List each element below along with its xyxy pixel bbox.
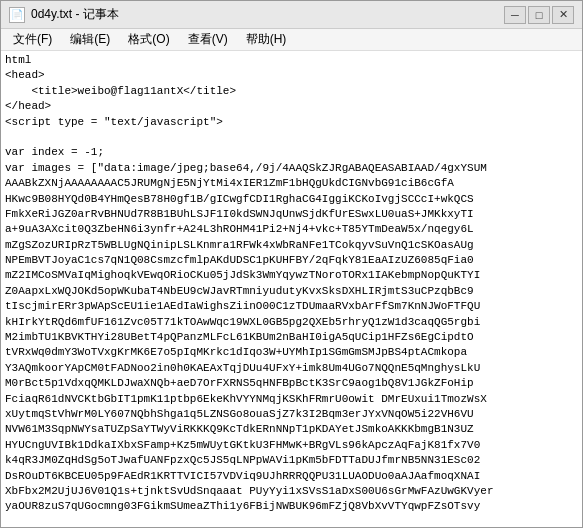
menu-bar: 文件(F) 编辑(E) 格式(O) 查看(V) 帮助(H) — [1, 29, 582, 51]
minimize-button[interactable]: ─ — [504, 6, 526, 24]
menu-help[interactable]: 帮助(H) — [238, 30, 295, 50]
app-icon: 📄 — [9, 7, 25, 23]
title-bar: 📄 0d4y.txt - 记事本 ─ □ ✕ — [1, 1, 582, 29]
maximize-button[interactable]: □ — [528, 6, 550, 24]
menu-edit[interactable]: 编辑(E) — [62, 30, 118, 50]
menu-file[interactable]: 文件(F) — [5, 30, 60, 50]
title-bar-left: 📄 0d4y.txt - 记事本 — [9, 6, 119, 23]
menu-format[interactable]: 格式(O) — [120, 30, 177, 50]
notepad-window: 📄 0d4y.txt - 记事本 ─ □ ✕ 文件(F) 编辑(E) 格式(O)… — [0, 0, 583, 528]
menu-view[interactable]: 查看(V) — [180, 30, 236, 50]
window-title: 0d4y.txt - 记事本 — [31, 6, 119, 23]
title-buttons: ─ □ ✕ — [504, 6, 574, 24]
text-content[interactable]: html <head> <title>weibo@flag11antX</tit… — [1, 51, 582, 527]
close-button[interactable]: ✕ — [552, 6, 574, 24]
